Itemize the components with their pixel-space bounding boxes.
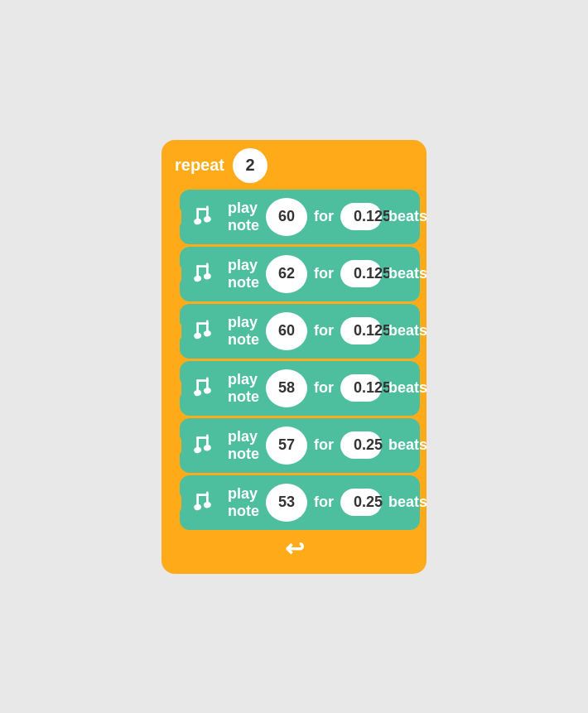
play-note-block-3: play note 60 for 0.125 beats xyxy=(180,304,420,359)
svg-point-1 xyxy=(193,217,202,224)
svg-point-16 xyxy=(193,388,202,396)
note-value-3[interactable]: 60 xyxy=(266,312,307,350)
svg-rect-14 xyxy=(196,322,208,325)
play-note-block-2: play note 62 for 0.125 beats xyxy=(180,247,420,301)
beats-value-4[interactable]: 0.125 xyxy=(340,374,382,402)
repeat-value[interactable]: 2 xyxy=(233,148,267,183)
beats-label-5: beats xyxy=(388,436,427,454)
repeat-header: repeat 2 xyxy=(161,140,427,190)
music-note-icon-1 xyxy=(191,202,221,232)
note-value-6[interactable]: 53 xyxy=(266,484,307,522)
play-note-label-1: play note xyxy=(228,200,259,234)
for-label-2: for xyxy=(314,265,334,282)
for-label-5: for xyxy=(314,436,334,454)
repeat-footer: ↩ xyxy=(161,530,427,564)
note-value-4[interactable]: 58 xyxy=(266,369,307,407)
beats-label-4: beats xyxy=(388,379,427,397)
music-note-icon-4 xyxy=(191,373,221,403)
for-label-6: for xyxy=(314,494,334,511)
play-note-block-5: play note 57 for 0.25 beats xyxy=(180,418,420,473)
note-value-1[interactable]: 60 xyxy=(266,198,307,236)
play-note-label-6: play note xyxy=(228,485,259,520)
play-note-block-1: play note 60 for 0.125 beats xyxy=(180,190,420,244)
beats-value-6[interactable]: 0.25 xyxy=(340,489,382,516)
svg-point-11 xyxy=(193,331,202,339)
music-note-icon-2 xyxy=(191,259,221,289)
music-note-icon-5 xyxy=(191,431,221,460)
svg-rect-4 xyxy=(196,208,208,210)
music-note-icon-3 xyxy=(191,316,221,346)
play-note-block-6: play note 53 for 0.25 beats xyxy=(180,475,420,530)
svg-rect-19 xyxy=(196,379,208,382)
svg-point-3 xyxy=(203,215,212,223)
scratch-container: repeat 2 xyxy=(153,132,435,582)
beats-label-1: beats xyxy=(388,208,427,225)
play-note-label-2: play note xyxy=(228,257,259,291)
for-label-3: for xyxy=(314,322,334,340)
svg-point-21 xyxy=(193,446,202,453)
svg-point-13 xyxy=(203,330,212,337)
beats-label-3: beats xyxy=(388,322,427,340)
repeat-arrow-icon: ↩ xyxy=(285,535,304,562)
repeat-label: repeat xyxy=(175,156,224,175)
beats-value-2[interactable]: 0.125 xyxy=(340,260,382,287)
for-label-4: for xyxy=(314,379,334,397)
music-note-svg-1 xyxy=(191,202,221,232)
beats-value-3[interactable]: 0.125 xyxy=(340,317,382,344)
svg-point-23 xyxy=(203,444,212,451)
svg-point-6 xyxy=(193,274,202,282)
play-note-label-3: play note xyxy=(228,314,259,349)
beats-value-1[interactable]: 0.125 xyxy=(340,203,382,230)
beats-label-6: beats xyxy=(388,494,427,511)
music-note-svg-3 xyxy=(191,316,221,346)
beats-label-2: beats xyxy=(388,265,427,282)
play-note-block-4: play note 58 for 0.125 beats xyxy=(180,361,420,416)
note-value-5[interactable]: 57 xyxy=(266,426,307,465)
inner-blocks: play note 60 for 0.125 beats xyxy=(180,190,420,530)
svg-rect-29 xyxy=(196,494,208,496)
for-label-1: for xyxy=(314,208,334,225)
play-note-label-5: play note xyxy=(228,428,259,463)
play-note-label-4: play note xyxy=(228,371,259,406)
svg-point-8 xyxy=(203,272,212,280)
music-note-svg-4 xyxy=(191,373,221,403)
music-note-icon-6 xyxy=(191,488,221,518)
beats-value-5[interactable]: 0.25 xyxy=(340,431,382,459)
note-value-2[interactable]: 62 xyxy=(266,255,307,293)
svg-rect-9 xyxy=(196,265,208,267)
svg-point-18 xyxy=(203,387,212,394)
svg-point-26 xyxy=(193,503,202,510)
music-note-svg-2 xyxy=(191,259,221,289)
svg-rect-24 xyxy=(196,436,208,439)
repeat-block: repeat 2 xyxy=(161,140,427,574)
music-note-svg-6 xyxy=(191,488,221,518)
music-note-svg-5 xyxy=(191,431,221,460)
svg-point-28 xyxy=(203,501,212,508)
